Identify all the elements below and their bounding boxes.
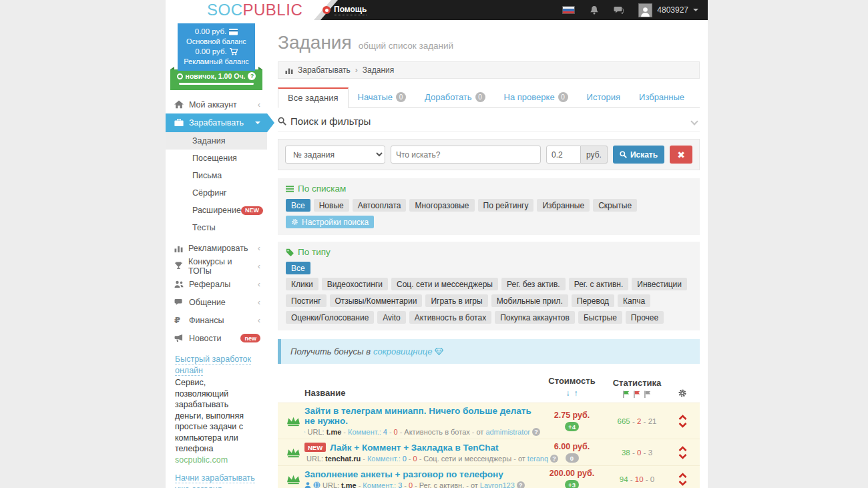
filter-chip[interactable]: Перевод bbox=[572, 294, 614, 307]
sidebar-item-earn[interactable]: Зарабатывать bbox=[166, 113, 267, 132]
search-submit-button[interactable]: Искать bbox=[613, 146, 664, 164]
ad-url-link[interactable]: socpublic.com bbox=[175, 455, 228, 465]
collapse-chevron-icon[interactable] bbox=[690, 117, 698, 125]
comments-link[interactable]: Коммент.: bbox=[367, 455, 401, 463]
author-help-icon[interactable]: ? bbox=[517, 481, 525, 488]
filter-chip[interactable]: Новые bbox=[314, 199, 349, 212]
balance-card[interactable]: 0.00 руб. Основной баланс 0.00 руб. Рекл… bbox=[178, 23, 255, 71]
filter-chip[interactable]: Капча bbox=[618, 294, 650, 307]
move-down-icon[interactable] bbox=[678, 454, 687, 459]
submenu-item[interactable]: Сёрфинг bbox=[166, 184, 267, 202]
sidebar-item-communication[interactable]: Общение‹ bbox=[166, 293, 267, 311]
table-settings-gear-icon[interactable] bbox=[678, 389, 687, 398]
task-url[interactable]: t.me bbox=[341, 481, 357, 488]
sidebar-item-advertise[interactable]: Рекламировать‹ bbox=[166, 239, 267, 257]
filter-chip[interactable]: Клики bbox=[286, 278, 318, 290]
filter-chip[interactable]: Избранные bbox=[537, 199, 590, 212]
tab-history[interactable]: История bbox=[578, 87, 630, 107]
filter-chip[interactable]: Отзывы/Комментарии bbox=[330, 294, 423, 307]
help-link[interactable]: Помощь bbox=[322, 5, 367, 15]
sidebar-item-referrals[interactable]: Рефералы‹ bbox=[166, 275, 267, 293]
filter-chip[interactable]: Автооплата bbox=[353, 199, 407, 212]
filter-chip[interactable]: Оценки/Голосование bbox=[286, 311, 374, 324]
filter-chip[interactable]: Видеохостинги bbox=[322, 278, 388, 290]
ad-title-link[interactable]: Быстрый заработок онлайн bbox=[175, 354, 251, 376]
sidebar-item-news[interactable]: Новости new bbox=[166, 329, 267, 347]
filter-chip-all[interactable]: Все bbox=[286, 262, 310, 274]
submenu-item[interactable]: Тесты bbox=[166, 219, 267, 236]
move-down-icon[interactable] bbox=[678, 423, 687, 428]
flag-red-icon[interactable] bbox=[634, 391, 640, 398]
task-url[interactable]: t.me bbox=[327, 428, 342, 436]
sidebar-item-finance[interactable]: ₽ Финансы‹ bbox=[166, 311, 267, 329]
sort-price-desc-icon[interactable]: ↓ bbox=[566, 389, 570, 398]
submenu-item[interactable]: Задания bbox=[166, 132, 267, 150]
comments-icon bbox=[174, 298, 184, 306]
move-up-icon[interactable] bbox=[678, 446, 687, 451]
task-title-link[interactable]: Зайти в телеграм миниапп. Ничего больше … bbox=[304, 406, 540, 426]
move-up-icon[interactable] bbox=[678, 473, 687, 478]
filter-chip[interactable]: Быстрые bbox=[578, 311, 622, 324]
messages-icon[interactable] bbox=[614, 6, 624, 15]
move-up-icon[interactable] bbox=[678, 415, 687, 420]
move-down-icon[interactable] bbox=[678, 481, 687, 486]
filter-chip[interactable]: Скрытые bbox=[593, 199, 637, 212]
rank-help-icon[interactable]: ? bbox=[248, 72, 256, 80]
filter-chip[interactable]: Мобильные прил. bbox=[491, 294, 568, 307]
sidebar-item-contests[interactable]: Конкурсы и ТОПы‹ bbox=[166, 257, 267, 275]
task-title-link[interactable]: Заполнение анкеты + разговор по телефону bbox=[304, 469, 540, 479]
ad-block: Быстрый заработок онлайн Сервис, позволя… bbox=[175, 354, 259, 465]
rank-ribbon[interactable]: новичок, 1.00 Оч. ? bbox=[170, 69, 262, 90]
task-meta: URL: tenchat.ru Коммент.: 0 0 Соц. сети … bbox=[304, 455, 540, 463]
comments-link[interactable]: Коммент.: bbox=[348, 428, 381, 436]
search-filters-header[interactable]: Поиск и фильтры bbox=[278, 115, 700, 132]
filter-chip[interactable]: Соц. сети и мессенджеры bbox=[391, 278, 498, 290]
notifications-bell-icon[interactable] bbox=[590, 5, 599, 15]
reset-search-button[interactable]: ✖ bbox=[670, 146, 692, 164]
tab-favorites[interactable]: Избранные bbox=[630, 87, 694, 107]
filter-chip[interactable]: Настройки поиска bbox=[286, 216, 374, 228]
search-type-select[interactable]: № задания bbox=[285, 146, 385, 164]
tab-started[interactable]: Начатые0 bbox=[349, 87, 416, 107]
sidebar-item-account[interactable]: Мой аккаунт‹ bbox=[166, 95, 267, 113]
min-price-input[interactable] bbox=[546, 146, 581, 164]
filter-chip[interactable]: Рег. без актив. bbox=[501, 278, 566, 290]
task-title-link[interactable]: NEW Лайк + Коммент + Закладка в TenChat bbox=[304, 443, 540, 453]
flag-gray-icon[interactable] bbox=[644, 391, 651, 398]
filter-chip[interactable]: Постинг bbox=[286, 294, 327, 307]
author-help-icon[interactable]: ? bbox=[532, 428, 540, 436]
language-flag-icon[interactable] bbox=[562, 6, 575, 14]
tab-rework[interactable]: Доработать0 bbox=[415, 87, 495, 107]
filter-chip[interactable]: Avito bbox=[377, 311, 405, 324]
filter-chip[interactable]: Покупка аккаунтов bbox=[495, 311, 575, 324]
comments-link[interactable]: Коммент.: bbox=[363, 481, 396, 488]
news-new-badge: new bbox=[240, 334, 260, 342]
filter-chip[interactable]: Играть в игры bbox=[425, 294, 487, 307]
submenu-item[interactable]: Посещения bbox=[166, 150, 267, 167]
filter-chip[interactable]: Многоразовые bbox=[409, 199, 474, 212]
breadcrumb-earn[interactable]: Зарабатывать bbox=[298, 65, 351, 75]
treasury-link[interactable]: сокровищнице bbox=[373, 346, 432, 356]
filter-chip[interactable]: Рег. с активн. bbox=[569, 278, 629, 290]
help-label: Помощь bbox=[334, 5, 367, 15]
submenu-item[interactable]: Расширение NEW bbox=[166, 202, 267, 219]
filter-chip[interactable]: Все bbox=[286, 199, 310, 212]
site-logo[interactable]: SOCPUBLIC bbox=[207, 1, 302, 19]
search-query-input[interactable] bbox=[391, 146, 541, 164]
task-url[interactable]: tenchat.ru bbox=[325, 455, 361, 463]
task-author-link[interactable]: Lavron123 bbox=[480, 481, 515, 488]
tab-on-review[interactable]: На проверке0 bbox=[495, 87, 578, 107]
tab-all-tasks[interactable]: Все задания bbox=[278, 87, 349, 108]
currency-addon: руб. bbox=[581, 146, 608, 164]
filter-chip[interactable]: Прочее bbox=[626, 311, 664, 324]
chart-bars-icon bbox=[285, 67, 293, 74]
task-author-link[interactable]: admimistrator bbox=[485, 428, 530, 436]
sort-price-asc-icon[interactable]: ↑ bbox=[574, 389, 578, 398]
user-menu[interactable]: 4803927 bbox=[638, 3, 698, 17]
filter-chip[interactable]: Инвестиции bbox=[632, 278, 687, 290]
ad-title-link[interactable]: Начни зарабатывать уже сегодня bbox=[175, 473, 255, 488]
filter-chip[interactable]: Активность в ботах bbox=[409, 311, 491, 324]
flag-green-icon[interactable] bbox=[623, 391, 630, 398]
filter-chip[interactable]: По рейтингу bbox=[478, 199, 534, 212]
submenu-item[interactable]: Письма bbox=[166, 167, 267, 184]
